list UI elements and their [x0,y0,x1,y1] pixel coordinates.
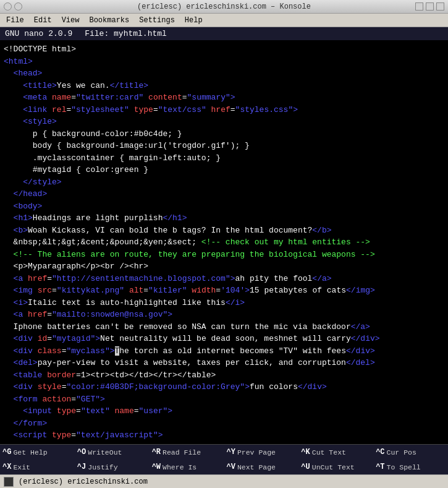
shortcut-key: ^O [77,448,86,456]
shortcut-read-file[interactable]: ^R Read File [150,445,224,460]
nano-filename: File: myhtml.html [85,29,167,38]
shortcut-label: Exit [13,463,30,471]
terminal-icon [4,477,14,487]
menu-view[interactable]: View [57,15,85,26]
shortcut-label: Get Help [13,448,47,456]
shortcut-label: Prev Page [237,448,276,456]
menu-help[interactable]: Help [180,15,208,26]
shortcut-label: Cut Text [312,448,346,456]
shortcut-label: Cur Pos [387,448,416,456]
shortcut-uncut-text[interactable]: ^U UnCut Text [298,460,373,474]
title-bar: (ericlesc) ericleschinski.com – Konsole [0,0,448,14]
shortcut-label: Read File [163,448,201,456]
shortcut-to-spell[interactable]: ^T To Spell [373,460,448,474]
menu-bookmarks[interactable]: Bookmarks [84,15,134,26]
shortcut-label: UnCut Text [312,463,355,471]
shortcut-label: WriteOut [88,448,122,456]
shortcut-exit[interactable]: ^X Exit [0,460,75,474]
terminal-bottom-bar: (ericlesc) ericleschinski.com [0,474,448,488]
shortcut-key: ^Y [227,448,235,456]
shortcut-writeout[interactable]: ^O WriteOut [75,445,150,460]
menu-bar: File Edit View Bookmarks Settings Help [0,14,448,27]
terminal-title-label: (ericlesc) ericleschinski.com [19,477,148,486]
shortcut-key: ^X [2,463,11,471]
shortcut-key: ^T [376,463,384,471]
shortcut-bar: ^G Get Help ^O WriteOut ^R Read File ^Y … [0,444,448,474]
window-title: (ericlesc) ericleschinski.com – Konsole [137,2,311,11]
shortcut-get-help[interactable]: ^G Get Help [0,445,75,460]
nano-version: GNU nano 2.0.9 [5,29,72,38]
shortcut-label: Next Page [237,463,276,471]
shortcut-key: ^G [2,448,11,456]
shortcut-where-is[interactable]: ^W Where Is [150,460,224,474]
shortcut-key: ^U [301,463,310,471]
shortcut-key: ^J [77,463,86,471]
shortcut-key: ^C [376,448,384,456]
shortcut-cut-text[interactable]: ^K Cut Text [298,445,373,460]
shortcut-cur-pos[interactable]: ^C Cur Pos [373,445,448,460]
menu-file[interactable]: File [1,15,29,26]
editor-area[interactable]: <!DOCTYPE html> <html> <head> <title>Yes… [0,41,448,444]
shortcut-key: ^W [152,463,161,471]
shortcut-next-page[interactable]: ^V Next Page [224,460,299,474]
restore-button[interactable] [415,2,423,11]
menu-settings[interactable]: Settings [134,15,180,26]
shortcut-key: ^K [301,448,310,456]
window-controls[interactable] [4,2,22,11]
shortcut-justify[interactable]: ^J Justify [75,460,150,474]
close-button[interactable] [4,2,12,11]
winclose-button[interactable] [436,2,444,11]
shortcut-label: Where Is [163,463,197,471]
shortcut-prev-page[interactable]: ^Y Prev Page [224,445,299,460]
shortcut-label: To Spell [387,463,421,471]
nano-status-bar: GNU nano 2.0.9 File: myhtml.html [0,27,448,41]
minimize-button[interactable] [14,2,22,11]
maximize-button[interactable] [426,2,434,11]
shortcut-key: ^R [152,448,161,456]
window-controls-right[interactable] [415,2,444,11]
shortcut-key: ^V [227,463,235,471]
shortcut-label: Justify [88,463,117,471]
menu-edit[interactable]: Edit [29,15,57,26]
